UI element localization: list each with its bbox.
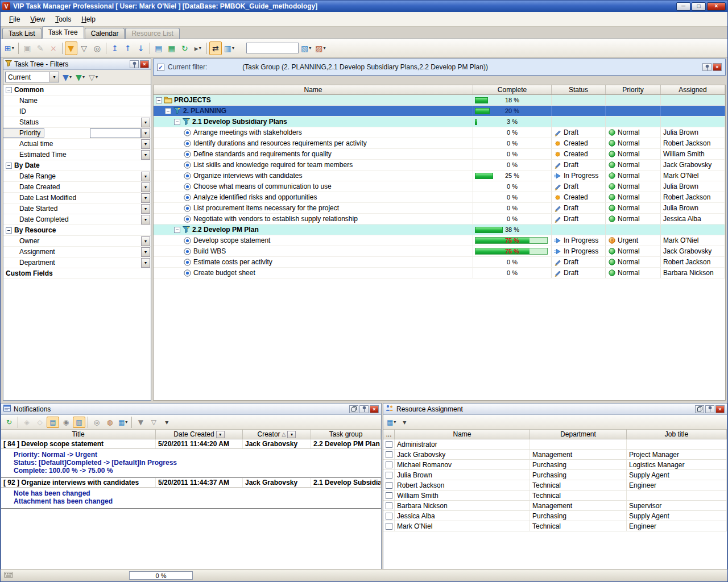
column-header-priority[interactable]: Priority — [606, 85, 661, 94]
task-row-choose-what-means-of-communication-to-use[interactable]: Choose what means of communication to us… — [154, 181, 725, 192]
resource-checkbox[interactable] — [386, 482, 392, 489]
chevron-down-icon[interactable]: ▾ — [141, 182, 150, 192]
tab-task-tree[interactable]: Task Tree — [42, 26, 84, 39]
filters-pin-button[interactable] — [130, 60, 139, 68]
filter-item-id[interactable]: ID — [3, 106, 151, 117]
notifications-close-button[interactable]: × — [370, 405, 379, 413]
notification-row[interactable]: [ 92 ] Organize interviews with candidat… — [1, 478, 381, 488]
filter-section-by-resource[interactable]: By Resource — [3, 225, 151, 236]
notifications-restore-button[interactable] — [349, 405, 358, 413]
chevron-down-icon[interactable]: ▾ — [141, 193, 150, 203]
filter-bar-close-button[interactable]: × — [713, 63, 722, 71]
notif-column-header-date-created[interactable]: Date Created▾ — [156, 430, 243, 439]
chevron-down-icon[interactable]: ▾ — [141, 150, 150, 160]
move-top-button[interactable]: ↥ — [109, 41, 121, 55]
task-row-build-wbs[interactable]: Build WBS75 %In ProgressNormalJack Grabo… — [154, 246, 725, 257]
menu-view[interactable]: View — [25, 14, 50, 25]
export-button[interactable]: ▧▾ — [299, 41, 313, 55]
menu-file[interactable]: File — [4, 14, 25, 25]
chevron-down-icon[interactable]: ▾ — [141, 258, 150, 268]
filter-section-by-date[interactable]: By Date — [3, 160, 151, 171]
notif-refresh-button[interactable]: ↻ — [3, 417, 15, 428]
maximize-button[interactable]: □ — [692, 2, 706, 11]
chevron-down-icon[interactable]: ▾ — [141, 118, 150, 127]
resource-column-header-department[interactable]: Department — [530, 430, 627, 439]
new-task-button[interactable]: ⊞▾ — [3, 41, 16, 55]
notif-filter-clear-button[interactable]: ▽ — [147, 417, 160, 428]
filter-bar-pin-button[interactable] — [702, 63, 712, 71]
task-row-create-budget-sheet[interactable]: Create budget sheet0 %DraftNormalBarbara… — [154, 268, 725, 278]
filter-item-date-last-modified[interactable]: Date Last Modified▾ — [3, 193, 151, 203]
tab-task-list[interactable]: Task List — [2, 28, 42, 39]
resource-checkbox[interactable] — [386, 472, 392, 479]
resource-checkbox[interactable] — [386, 523, 392, 530]
filters-close-button[interactable]: × — [140, 60, 149, 68]
resource-column-header-col[interactable]: ... — [383, 430, 395, 439]
minimize-button[interactable]: ─ — [676, 2, 690, 11]
task-row-negotiate-with-vendors-to-establish-supply-relationship[interactable]: Negotiate with vendors to establish supp… — [154, 214, 725, 225]
resource-column-header-name[interactable]: Name — [395, 430, 530, 439]
move-up-button[interactable]: ↑ — [122, 41, 134, 55]
resource-restore-button[interactable] — [695, 405, 704, 413]
filter-preset-combo[interactable]: Current ▾ — [5, 72, 59, 82]
resource-checkbox[interactable] — [386, 492, 392, 499]
chevron-down-icon[interactable]: ▾ — [49, 72, 59, 82]
task-row-list-skills-and-knowledge-required-for-team-members[interactable]: List skills and knowledge required for t… — [154, 160, 725, 171]
filter-item-owner[interactable]: Owner▾ — [3, 236, 151, 247]
tree-expander-icon[interactable] — [174, 227, 180, 233]
notif-mark-read-button[interactable]: ◉ — [60, 417, 72, 428]
filter-item-priority[interactable]: Priority▾ — [3, 128, 151, 139]
tree-expander-icon[interactable] — [165, 108, 171, 114]
filter-item-status[interactable]: Status▾ — [3, 117, 151, 128]
resource-row-barbara-nickson[interactable]: Barbara NicksonManagementSupervisor — [383, 501, 727, 511]
tree-expander-icon[interactable] — [174, 119, 180, 125]
notif-columns-button[interactable]: ▦▾ — [117, 417, 129, 428]
filter-toggle-button[interactable]: ▼ — [65, 41, 77, 55]
task-row-identify-durations-and-resources-requirements-per-activity[interactable]: Identify durations and resources require… — [154, 138, 725, 149]
filter-item-date-range[interactable]: Date Range▾ — [3, 171, 151, 182]
tree-expander-icon[interactable] — [156, 97, 162, 103]
filter-item-assignment[interactable]: Assignment▾ — [3, 247, 151, 257]
chevron-down-icon[interactable]: ▾ — [287, 431, 296, 438]
notif-column-header-title[interactable]: Title — [1, 430, 156, 439]
notif-more-button[interactable]: ▾ — [160, 417, 173, 428]
resource-close-button[interactable]: × — [715, 405, 725, 413]
task-row-estimate-costs-per-activity[interactable]: Estimate costs per activity0 %DraftNorma… — [154, 257, 725, 268]
filter-item-estimated-time[interactable]: Estimated Time▾ — [3, 149, 151, 160]
chevron-down-icon[interactable]: ▾ — [141, 247, 150, 257]
filter-value-input[interactable] — [90, 128, 141, 138]
tab-calendar[interactable]: Calendar — [85, 28, 125, 39]
resource-columns-button[interactable]: ▦▾ — [385, 417, 398, 428]
resource-row-julia-brown[interactable]: Julia BrownPurchasingSupply Agent — [383, 470, 727, 480]
columns-button[interactable]: ▥▾ — [222, 41, 236, 55]
notif-history-button[interactable]: ◍ — [104, 417, 116, 428]
collapse-tree-button[interactable]: ▦ — [166, 41, 178, 55]
apply-filter-button[interactable]: ▼▾ — [61, 70, 73, 84]
resource-row-robert-jackson[interactable]: Robert JacksonTechnicalEngineer — [383, 480, 727, 490]
chevron-down-icon[interactable]: ▾ — [141, 128, 150, 138]
clear-filter-button[interactable]: ▽▾ — [87, 70, 100, 84]
save-filter-button[interactable]: ▼▾ — [74, 70, 86, 84]
tree-expander-icon[interactable] — [6, 87, 12, 93]
column-header-assigned[interactable]: Assigned — [661, 85, 725, 94]
resource-row-jessica-alba[interactable]: Jessica AlbaPurchasingSupply Agent — [383, 511, 727, 521]
resource-pin-button[interactable] — [705, 405, 714, 413]
notifications-pin-button[interactable] — [359, 405, 369, 413]
notif-auto-refresh-button[interactable]: ▤ — [47, 417, 59, 428]
resource-row-administrator[interactable]: Administrator — [383, 439, 727, 450]
task-row-2-1-develop-subsidiary-plans[interactable]: 2.1 Develop Subsidiary Plans3 % — [154, 117, 725, 127]
column-header-name[interactable]: Name — [154, 85, 473, 94]
current-filter-checkbox[interactable]: ✓ — [157, 64, 164, 71]
resource-checkbox[interactable] — [386, 513, 392, 519]
resource-checkbox[interactable] — [386, 462, 392, 468]
task-row-list-procurement-items-necessary-for-the-project[interactable]: List procurement items necessary for the… — [154, 203, 725, 214]
toolbar-search-field[interactable] — [246, 43, 299, 53]
filter-item-department[interactable]: Department▾ — [3, 257, 151, 268]
chevron-down-icon[interactable]: ▾ — [216, 431, 225, 438]
filter-section-common[interactable]: Common — [3, 85, 151, 95]
filter-item-actual-time[interactable]: Actual time▾ — [3, 139, 151, 149]
task-row-2-2-develop-pm-plan[interactable]: 2.2 Develop PM Plan38 % — [154, 225, 725, 235]
task-row-develop-scope-statement[interactable]: Develop scope statement75 %In ProgressUr… — [154, 235, 725, 246]
resource-checkbox[interactable] — [386, 502, 392, 509]
view-mode-button[interactable]: ▸▾ — [192, 41, 204, 55]
